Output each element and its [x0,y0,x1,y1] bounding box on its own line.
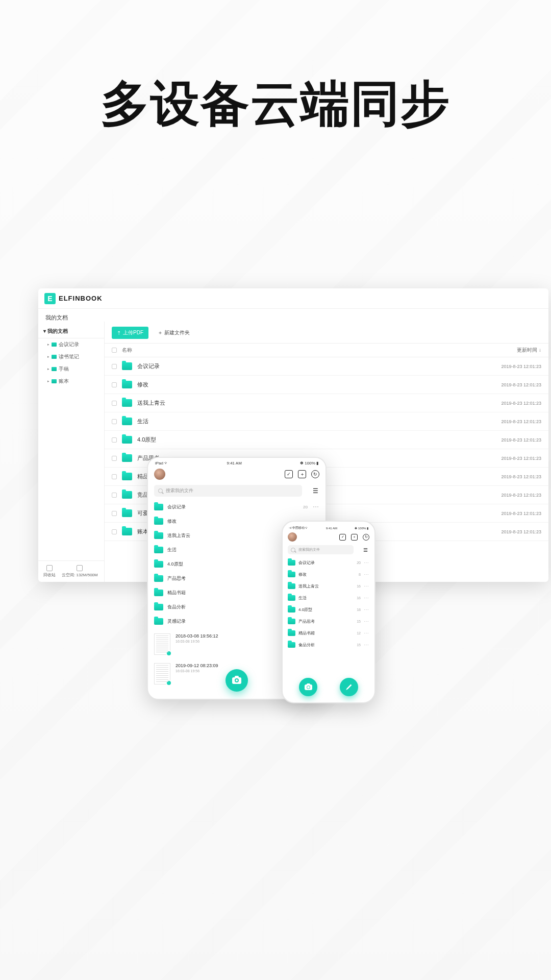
folder-icon [154,532,163,539]
more-icon[interactable]: ⋯ [364,572,369,577]
row-checkbox[interactable] [112,437,117,443]
folder-time: 2019-8-23 12:01:23 [470,382,541,387]
menu-icon[interactable]: ☰ [361,547,369,553]
row-checkbox[interactable] [112,382,117,387]
sidebar-item-ledger[interactable]: ▸账本 [38,375,104,387]
row-checkbox[interactable] [112,511,117,516]
folder-icon [154,618,163,625]
more-icon[interactable]: ⋯ [364,642,369,648]
app-header: ✓ ＋ ↻ [148,467,325,483]
camera-icon [305,684,312,690]
upload-label: 上传PDF [123,329,143,336]
sidebar-section-title[interactable]: ▾ 我的文档 [38,325,104,338]
folder-name: 精品书籍 [298,630,357,636]
row-checkbox[interactable] [112,493,117,498]
row-checkbox[interactable] [112,401,117,406]
camera-fab[interactable] [299,678,317,696]
more-icon[interactable]: ⋯ [364,560,369,566]
sidebar-item-reading[interactable]: ▸读书笔记 [38,351,104,363]
select-all-checkbox[interactable] [112,348,117,353]
folder-name: 会议记录 [298,560,357,566]
new-folder-button[interactable]: ＋ 新建文件夹 [154,327,194,339]
sidebar-item-manuscript[interactable]: ▸手稿 [38,363,104,375]
table-header: 名称 更新时间 ↓ [105,343,548,357]
document-thumbnail [154,633,170,655]
folder-time: 2019-8-23 12:01:23 [470,493,541,498]
status-left: iPad ᯤ [155,461,168,465]
table-row[interactable]: 送我上青云 2019-8-23 12:01:23 [105,394,548,412]
search-placeholder: 搜索我的文件 [166,487,193,494]
list-item[interactable]: 送我上青云 16 ⋯ [288,580,369,592]
row-checkbox[interactable] [112,364,117,369]
column-time[interactable]: 更新时间 ↓ [470,347,541,354]
more-icon[interactable]: ⋯ [364,607,369,612]
folder-icon [52,379,57,383]
status-time: 9:41 AM [227,461,241,465]
row-checkbox[interactable] [112,419,117,424]
folder-icon [122,491,132,499]
folder-name: 食品分析 [298,642,357,648]
more-icon[interactable]: ⋯ [364,583,369,589]
sidebar-item-label: 会议记录 [59,341,79,348]
table-row[interactable]: 生活 2019-8-23 12:01:23 [105,412,548,431]
table-row[interactable]: 4.0原型 2019-8-23 12:01:23 [105,431,548,449]
more-icon[interactable]: ⋯ [364,619,369,624]
row-checkbox[interactable] [112,529,117,534]
folder-name: 修改 [137,381,470,388]
add-icon[interactable]: ＋ [298,470,306,478]
search-input[interactable]: 搜索我的文件 [288,545,354,554]
sidebar: ▾ 我的文档 ▸会议记录 ▸读书笔记 ▸手稿 ▸账本 回收站 云空间: 132M… [38,322,105,582]
statusbar: ◦ıl 中国移动 ᯤ 9:41 AM ✽ 100% ▮ [283,522,374,531]
sidebar-item-label: 账本 [59,378,69,385]
table-row[interactable]: 会议记录 2019-8-23 12:01:23 [105,357,548,376]
add-icon[interactable]: ＋ [351,534,358,541]
avatar[interactable] [154,469,165,480]
cloud-storage[interactable]: 云空间: 132M/500M [62,565,98,578]
list-item[interactable]: 修改 8 ⋯ [288,569,369,580]
list-item[interactable]: 会议记录 20 ⋯ [154,500,319,514]
folder-icon [122,454,132,462]
camera-fab[interactable] [226,669,248,692]
status-time: 9:41 AM [326,527,337,530]
folder-icon [122,418,132,425]
history-icon[interactable]: ↻ [363,534,369,541]
cloud-icon [77,565,83,571]
list-item[interactable]: 生活 16 ⋯ [288,592,369,604]
search-input[interactable]: 搜索我的文件 [154,485,302,497]
desktop-header: E ELFINBOOK [38,288,548,309]
avatar[interactable] [288,532,297,542]
folder-icon [52,342,57,347]
sync-badge-icon [166,650,172,656]
history-icon[interactable]: ↻ [311,470,319,478]
row-checkbox[interactable] [112,456,117,461]
list-item[interactable]: 精品书籍 12 ⋯ [288,627,369,639]
folder-time: 2019-8-23 12:01:23 [470,401,541,406]
phone-mockup: ◦ıl 中国移动 ᯤ 9:41 AM ✽ 100% ▮ ✓ ＋ ↻ 搜索我的文件… [282,521,375,703]
table-row[interactable]: 修改 2019-8-23 12:01:23 [105,376,548,394]
folder-icon [288,642,295,648]
document-title: 2018-03-08 19:56:12 [176,633,218,639]
upload-pdf-button[interactable]: ⇡上传PDF [112,327,148,339]
brand-name: ELFINBOOK [59,295,103,302]
edit-fab[interactable] [340,678,358,696]
camera-icon [232,677,241,684]
more-icon[interactable]: ⋯ [313,503,319,510]
row-checkbox[interactable] [112,474,117,479]
check-icon[interactable]: ✓ [339,534,346,541]
list-item[interactable]: 食品分析 15 ⋯ [288,639,369,651]
folder-icon [154,547,163,553]
more-icon[interactable]: ⋯ [364,595,369,601]
status-right: ✽ 100% ▮ [300,461,318,465]
folder-icon [122,509,132,517]
check-icon[interactable]: ✓ [285,470,293,478]
sidebar-item-meeting[interactable]: ▸会议记录 [38,338,104,351]
folder-name: 4.0原型 [298,607,357,612]
menu-icon[interactable]: ☰ [311,487,319,495]
list-item[interactable]: 会议记录 20 ⋯ [288,557,369,569]
list-item[interactable]: 产品思考 15 ⋯ [288,616,369,627]
more-icon[interactable]: ⋯ [364,630,369,636]
sidebar-footer: 回收站 云空间: 132M/500M [38,560,104,582]
trash-button[interactable]: 回收站 [43,565,56,578]
column-name[interactable]: 名称 [122,347,470,354]
list-item[interactable]: 4.0原型 18 ⋯ [288,604,369,616]
